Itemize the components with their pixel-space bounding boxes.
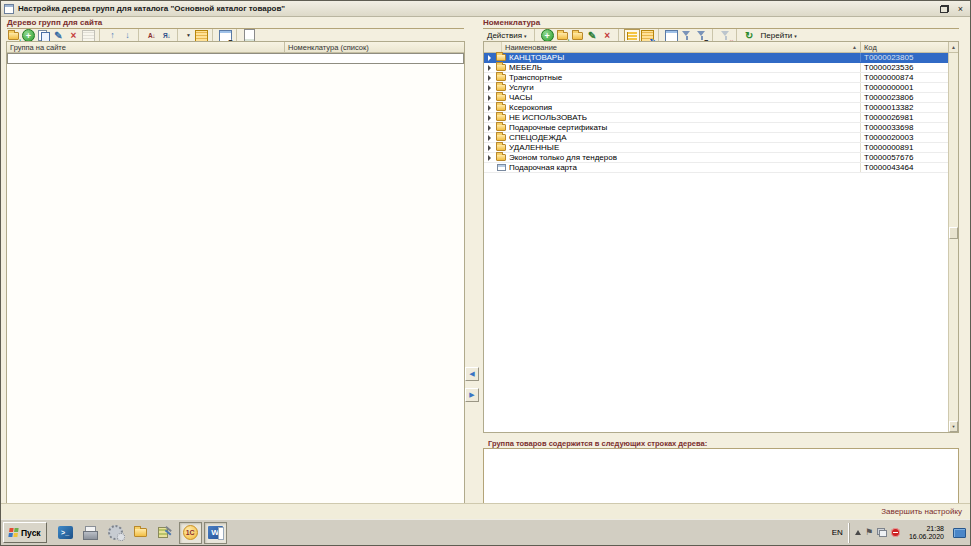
scrollbar-down-button[interactable]: ▼ — [949, 421, 958, 432]
tree-locations-box[interactable] — [483, 448, 959, 505]
taskbar-clock[interactable]: 21:38 16.06.2020 — [909, 525, 944, 541]
table-row[interactable]: СПЕЦОДЕЖДА Т0000020003 — [484, 133, 948, 143]
network-icon[interactable] — [877, 528, 887, 537]
site-tree-header: Группа на сайте Номенклатура (список) — [7, 42, 464, 53]
language-indicator[interactable]: EN — [832, 528, 843, 537]
row-name: МЕБЕЛЬ — [508, 63, 860, 72]
row-name: УДАЛЕННЫЕ — [508, 143, 860, 152]
word-app-button[interactable]: W — [204, 522, 227, 544]
row-code: Т0000020003 — [860, 133, 948, 142]
expand-icon[interactable] — [484, 65, 494, 71]
row-type-icon — [494, 104, 508, 111]
window-titlebar: Настройка дерева групп для каталога "Осн… — [1, 1, 970, 17]
expand-icon[interactable] — [484, 85, 494, 91]
table-row[interactable]: Подарочные сертификаты Т0000033698 — [484, 123, 948, 133]
row-code: Т0000000891 — [860, 143, 948, 152]
table-row[interactable]: Ксерокопия Т0000013382 — [484, 103, 948, 113]
action-center-flag-icon[interactable]: ⚑ — [865, 528, 873, 537]
expand-icon[interactable] — [484, 95, 494, 101]
header-icon-cell — [484, 42, 502, 52]
hidden-icons-icon[interactable] — [855, 530, 861, 535]
row-name: Подарочные сертификаты — [508, 123, 860, 132]
system-tray: EN ⚑ 21:38 16.06.2020 — [832, 522, 968, 544]
table-row[interactable]: Транспортные Т0000000874 — [484, 73, 948, 83]
row-name: Эконом только для тендеров — [508, 153, 860, 162]
row-code: Т0000000874 — [860, 73, 948, 82]
column-code[interactable]: Код — [860, 42, 948, 52]
powershell-icon[interactable]: >_ — [54, 522, 77, 544]
expand-icon[interactable] — [484, 75, 494, 81]
expand-icon[interactable] — [484, 55, 494, 61]
app-window: Настройка дерева групп для каталога "Осн… — [0, 0, 971, 546]
row-type-icon — [494, 114, 508, 121]
table-row[interactable]: УДАЛЕННЫЕ Т0000000891 — [484, 143, 948, 153]
config-tool-icon — [157, 525, 173, 540]
column-name[interactable]: Наименование ▲ — [502, 42, 860, 52]
form-footer: Завершить настройку — [1, 503, 970, 519]
move-left-button[interactable]: ◀ — [465, 367, 479, 381]
vertical-scrollbar[interactable]: ▼ — [948, 53, 958, 432]
1c-app-button[interactable]: 1С — [179, 522, 202, 544]
column-nomenclature-list[interactable]: Номенклатура (список) — [285, 42, 464, 52]
sort-indicator-icon: ▲ — [852, 44, 857, 50]
row-type-icon — [494, 84, 508, 91]
table-row[interactable]: Эконом только для тендеров Т0000057676 — [484, 153, 948, 163]
expand-icon[interactable] — [484, 155, 494, 161]
finish-setup-button[interactable]: Завершить настройку — [881, 507, 962, 516]
printer-icon — [82, 525, 98, 540]
chevron-down-icon: ▾ — [794, 33, 797, 39]
row-code: Т0000023805 — [860, 53, 948, 62]
window-title: Настройка дерева групп для каталога "Осн… — [18, 4, 285, 13]
config-tool-icon[interactable] — [154, 522, 177, 544]
clock-time: 21:38 — [926, 525, 944, 533]
table-row[interactable]: ЧАСЫ Т0000023806 — [484, 93, 948, 103]
start-button[interactable]: Пуск — [3, 522, 47, 543]
clock-date: 16.06.2020 — [909, 533, 944, 541]
nomenclature-table[interactable]: Наименование ▲ Код ▲ КАНЦТОВАРЫ Т0000023… — [483, 41, 959, 433]
restore-icon — [940, 5, 949, 13]
row-type-icon — [494, 64, 508, 71]
row-name: ЧАСЫ — [508, 93, 860, 102]
row-type-icon — [494, 154, 508, 161]
row-name: Транспортные — [508, 73, 860, 82]
expand-icon[interactable] — [484, 105, 494, 111]
row-code: Т0000013382 — [860, 103, 948, 112]
table-row[interactable]: Подарочная карта Т0000043464 — [484, 163, 948, 173]
row-type-icon — [494, 54, 508, 61]
row-code: Т0000023536 — [860, 63, 948, 72]
table-row[interactable]: КАНЦТОВАРЫ Т0000023805 — [484, 53, 948, 63]
table-row[interactable]: НЕ ИСПОЛЬЗОВАТЬ Т0000026981 — [484, 113, 948, 123]
scrollbar-thumb[interactable] — [949, 227, 958, 239]
row-code: Т0000000001 — [860, 83, 948, 92]
move-right-button[interactable]: ▶ — [465, 388, 479, 402]
row-name: НЕ ИСПОЛЬЗОВАТЬ — [508, 113, 860, 122]
taskbar: Пуск >_1СW EN ⚑ 21:38 16.06.2020 — [1, 519, 970, 545]
table-row[interactable]: МЕБЕЛЬ Т0000023536 — [484, 63, 948, 73]
header-corner-button[interactable]: ▲ — [948, 42, 958, 52]
form-body: Дерево групп для сайта +✎×↑↓А↓Я↓▼▼ Групп… — [1, 17, 970, 519]
restore-button[interactable] — [938, 3, 951, 15]
row-type-icon — [494, 164, 508, 171]
printer-icon[interactable] — [79, 522, 102, 544]
table-row[interactable]: Услуги Т0000000001 — [484, 83, 948, 93]
1c-app-button: 1С — [183, 525, 198, 540]
tree-locations-label: Группа товаров содержится в следующих ст… — [488, 439, 707, 448]
expand-icon[interactable] — [484, 135, 494, 141]
close-button[interactable]: × — [954, 3, 967, 15]
empty-focus-row[interactable] — [7, 53, 464, 64]
expand-icon[interactable] — [484, 125, 494, 131]
show-desktop-icon[interactable] — [953, 528, 966, 538]
services-icon[interactable] — [104, 522, 127, 544]
notification-red-icon[interactable] — [891, 528, 900, 537]
taskbar-apps: >_1СW — [53, 522, 228, 544]
word-app-button: W — [208, 526, 223, 539]
row-type-icon — [494, 134, 508, 141]
column-group-on-site[interactable]: Группа на сайте — [7, 42, 285, 52]
expand-icon[interactable] — [484, 115, 494, 121]
row-type-icon — [494, 74, 508, 81]
row-type-icon — [494, 144, 508, 151]
row-name: Услуги — [508, 83, 860, 92]
site-tree-table[interactable]: Группа на сайте Номенклатура (список) — [6, 41, 465, 504]
explorer-folder-icon[interactable] — [129, 522, 152, 544]
expand-icon[interactable] — [484, 145, 494, 151]
